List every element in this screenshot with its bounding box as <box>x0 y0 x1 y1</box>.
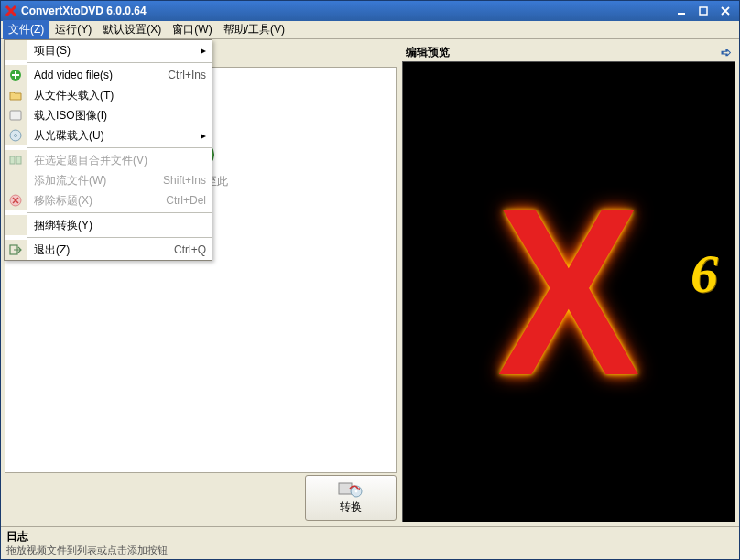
log-title: 日志 <box>6 529 734 544</box>
menu-separator <box>27 147 212 148</box>
menu-item-bundle-convert[interactable]: 捆绑转换(Y) <box>5 215 212 235</box>
chevron-right-icon: ▸ <box>197 44 206 57</box>
preview-header: 编辑预览 ➪ <box>402 43 735 61</box>
menu-defaults[interactable]: 默认设置(X) <box>97 20 167 39</box>
titlebar: ConvertXtoDVD 6.0.0.64 <box>1 1 739 21</box>
menu-item-add-video[interactable]: Add video file(s) Ctrl+Ins <box>5 65 212 85</box>
menu-help[interactable]: 帮助/工具(V) <box>218 20 290 39</box>
logo-version: 6 <box>691 242 718 305</box>
preview-box: X 6 <box>402 61 735 522</box>
app-window: ConvertXtoDVD 6.0.0.64 文件(Z) 运行(Y) 默认设置(… <box>0 0 740 560</box>
svg-rect-7 <box>16 156 21 164</box>
disc-icon <box>5 125 27 145</box>
maximize-button[interactable] <box>693 4 713 18</box>
svg-rect-6 <box>10 156 15 164</box>
log-panel: 日志 拖放视频文件到列表或点击添加按钮 <box>1 526 739 559</box>
menu-item-add-stream[interactable]: 添加流文件(W) Shift+Ins <box>5 170 212 190</box>
menu-separator <box>27 237 212 238</box>
menu-separator <box>27 62 212 63</box>
menu-item-load-iso[interactable]: 载入ISO图像(I) <box>5 105 212 125</box>
window-title: ConvertXtoDVD 6.0.0.64 <box>21 5 671 17</box>
chevron-right-icon: ▸ <box>197 129 206 142</box>
menu-item-project[interactable]: 项目(S) ▸ <box>5 40 212 60</box>
menu-run[interactable]: 运行(Y) <box>49 20 97 39</box>
svg-point-5 <box>15 135 17 137</box>
svg-point-15 <box>355 490 358 492</box>
file-menu-dropdown: 项目(S) ▸ Add video file(s) Ctrl+Ins 从文件夹载… <box>4 39 212 261</box>
logo-x-icon: X <box>497 156 640 429</box>
blank-icon <box>5 40 27 60</box>
convert-icon <box>338 481 364 498</box>
folder-icon <box>5 85 27 105</box>
preview-title: 编辑预览 <box>406 45 450 60</box>
menu-item-load-disc[interactable]: 从光碟载入(U) ▸ <box>5 125 212 145</box>
svg-rect-13 <box>339 483 352 494</box>
menubar: 文件(Z) 运行(Y) 默认设置(X) 窗口(W) 帮助/工具(V) <box>1 21 739 39</box>
preview-expand-button[interactable]: ➪ <box>721 45 732 59</box>
menu-item-remove-title[interactable]: 移除标题(X) Ctrl+Del <box>5 190 212 210</box>
blank-icon <box>5 170 27 190</box>
close-button[interactable] <box>715 4 735 18</box>
iso-icon <box>5 105 27 125</box>
menu-window[interactable]: 窗口(W) <box>167 20 217 39</box>
convert-label: 转换 <box>340 500 362 515</box>
menu-item-exit[interactable]: 退出(Z) Ctrl+Q <box>5 240 212 260</box>
blank-icon <box>5 215 27 235</box>
remove-icon <box>5 190 27 210</box>
window-controls <box>671 4 735 18</box>
svg-rect-1 <box>700 7 707 15</box>
add-icon <box>5 65 27 85</box>
log-text: 拖放视频文件到列表或点击添加按钮 <box>6 544 734 557</box>
menu-item-merge[interactable]: 在选定题目合并文件(V) <box>5 150 212 170</box>
convert-row: 转换 <box>5 473 397 522</box>
exit-icon <box>5 240 27 260</box>
right-panel: 编辑预览 ➪ X 6 <box>402 43 735 522</box>
app-icon <box>5 5 17 17</box>
convert-button[interactable]: 转换 <box>305 475 397 521</box>
menu-separator <box>27 212 212 213</box>
svg-rect-3 <box>10 111 21 120</box>
menu-item-load-folder[interactable]: 从文件夹载入(T) <box>5 85 212 105</box>
merge-icon <box>5 150 27 170</box>
menu-file[interactable]: 文件(Z) <box>3 20 49 39</box>
minimize-button[interactable] <box>671 4 691 18</box>
